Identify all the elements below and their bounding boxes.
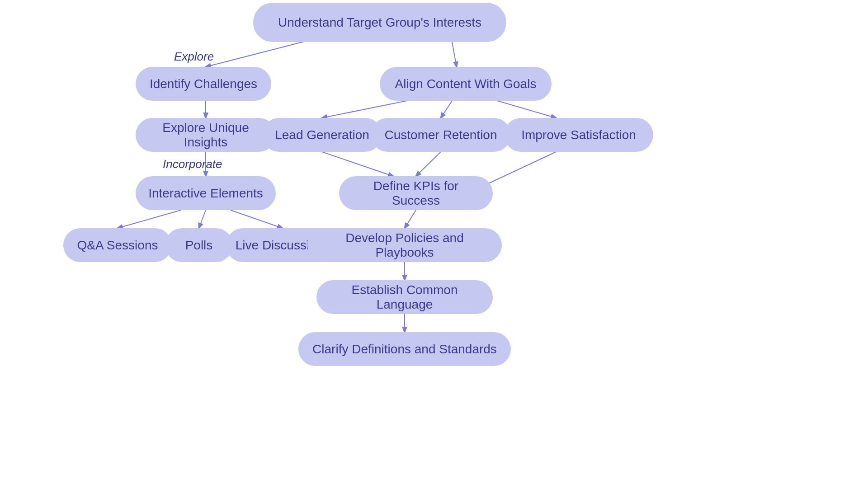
svg-line-10 — [118, 210, 181, 228]
svg-line-5 — [497, 101, 556, 118]
retention-node: Customer Retention — [371, 118, 511, 152]
svg-line-3 — [322, 101, 407, 118]
satisfy-node: Improve Satisfaction — [504, 118, 653, 152]
policies-node: Develop Policies and Playbooks — [307, 228, 502, 262]
identify-node: Identify Challenges — [136, 67, 271, 101]
common-node: Establish Common Language — [316, 280, 493, 314]
svg-line-11 — [199, 210, 206, 228]
svg-line-13 — [405, 210, 416, 228]
root-node: Understand Target Group's Interests — [253, 3, 506, 42]
svg-line-7 — [322, 152, 393, 176]
kpi-node: Define KPIs for Success — [339, 176, 493, 210]
svg-line-4 — [441, 101, 452, 118]
clarify-node: Clarify Definitions and Standards — [298, 332, 511, 366]
explore-node: Explore Unique Insights — [136, 118, 276, 152]
svg-line-1 — [452, 42, 457, 67]
lead-node: Lead Generation — [262, 118, 382, 152]
explore-label: Explore — [174, 50, 214, 64]
polls-node: Polls — [165, 228, 233, 262]
interactive-node: Interactive Elements — [136, 176, 276, 210]
svg-line-8 — [416, 152, 441, 176]
qa-node: Q&A Sessions — [63, 228, 172, 262]
incorporate-label: Incorporate — [163, 157, 222, 171]
svg-line-12 — [231, 210, 283, 228]
align-node: Align Content With Goals — [380, 67, 552, 101]
